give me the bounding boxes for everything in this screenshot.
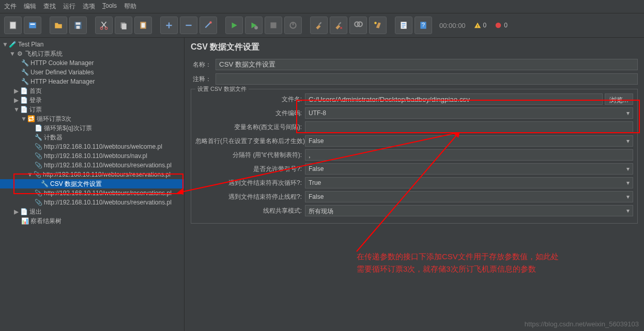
shutdown-button[interactable]	[284, 17, 302, 34]
timer: 00:00:00	[439, 22, 466, 29]
test-plan-tree[interactable]: ▼🧪Test Plan ▼⚙飞机订票系统 🔧HTTP Cookie Manage…	[0, 38, 185, 331]
toggle-button[interactable]	[200, 17, 217, 34]
reset-search-button[interactable]	[369, 17, 387, 34]
config-panel: CSV 数据文件设置 名称： 注释： 设置 CSV 数据文件 文件名: 浏览..…	[185, 38, 644, 331]
tree-item[interactable]: 📎http://192.168.10.110/webtours/reservat…	[0, 188, 184, 198]
copy-button[interactable]	[115, 17, 132, 34]
help-button[interactable]: ?	[415, 17, 432, 34]
menu-tools[interactable]: Tools	[102, 2, 117, 11]
tree-item[interactable]: ▼📎http://192.168.10.110/webtours/reserva…	[0, 170, 184, 179]
svg-text:!: !	[477, 24, 478, 28]
browse-button[interactable]: 浏览...	[605, 93, 633, 105]
controller-icon: 📄	[20, 105, 28, 114]
svg-rect-1	[29, 22, 36, 28]
clear-button[interactable]	[310, 17, 328, 34]
sampler-icon: 📎	[34, 161, 42, 169]
menubar: 文件 编辑 查找 运行 选项 Tools 帮助	[0, 0, 644, 13]
listener-icon: 📊	[21, 217, 29, 225]
paste-button[interactable]	[134, 17, 152, 34]
clear-all-button[interactable]	[330, 17, 347, 34]
svg-rect-14	[270, 22, 276, 28]
tree-item[interactable]: 🔧User Defined Variables	[0, 68, 184, 77]
menu-search[interactable]: 查找	[43, 2, 56, 11]
sharing-select[interactable]: 所有现场	[305, 205, 633, 216]
loop-icon: 🔁	[27, 115, 35, 123]
function-button[interactable]	[395, 17, 412, 34]
quoted-select[interactable]: False	[305, 163, 633, 175]
tree-item[interactable]: ▼📄订票	[0, 105, 184, 114]
start-button[interactable]	[225, 17, 243, 34]
svg-rect-2	[30, 24, 35, 25]
tree-item[interactable]: 📄循环第${q}次订票	[0, 123, 184, 133]
tree-item[interactable]: ▶📄登录	[0, 96, 184, 105]
filename-label: 文件名:	[195, 95, 305, 104]
new-button[interactable]	[4, 17, 22, 34]
tree-item[interactable]: 🔧计数器	[0, 133, 184, 142]
tree-item[interactable]: 📎http://192.168.10.110/webtours/reservat…	[0, 198, 184, 207]
tree-root[interactable]: ▼🧪Test Plan	[0, 40, 184, 49]
controller-icon: 📄	[20, 96, 28, 104]
tree-item[interactable]: ▶📄退出	[0, 207, 184, 216]
tree-item[interactable]: 🔧HTTP Header Manager	[0, 77, 184, 86]
controller-icon: 📄	[20, 87, 28, 95]
collapse-button[interactable]	[180, 17, 197, 34]
encoding-label: 文件编码:	[195, 109, 305, 118]
tree-item[interactable]: ▶📄首页	[0, 86, 184, 96]
sharing-label: 线程共享模式:	[195, 207, 305, 215]
stop-label: 遇到文件结束符停止线程?:	[195, 193, 305, 201]
ignore-select[interactable]: False	[305, 135, 633, 147]
comment-label: 注释：	[191, 75, 216, 84]
stop-button[interactable]	[265, 17, 282, 34]
tree-item[interactable]: ▼🔁循环订票3次	[0, 114, 184, 123]
stop-select[interactable]: False	[305, 191, 633, 202]
menu-run[interactable]: 运行	[63, 2, 75, 11]
fieldset-legend: 设置 CSV 数据文件	[195, 85, 249, 93]
sampler-icon: 📎	[34, 189, 42, 197]
toolbar: ? 00:00:00 ! 0 0	[0, 13, 644, 38]
name-input[interactable]	[216, 59, 638, 70]
warn-badge: ! 0	[474, 22, 487, 29]
menu-edit[interactable]: 编辑	[24, 2, 36, 11]
thread-icon: ⚙	[16, 50, 24, 58]
svg-point-18	[374, 22, 377, 24]
varnames-input[interactable]	[305, 121, 633, 133]
svg-text:?: ?	[422, 22, 425, 28]
cut-button[interactable]	[95, 17, 113, 34]
name-label: 名称：	[191, 60, 216, 69]
save-button[interactable]	[69, 17, 87, 34]
recycle-select[interactable]: True	[305, 177, 633, 188]
svg-rect-9	[122, 24, 127, 29]
expand-button[interactable]	[160, 17, 178, 34]
tree-item-selected[interactable]: 🔧CSV 数据文件设置	[0, 179, 184, 188]
comment-input[interactable]	[216, 73, 638, 85]
err-badge: 0	[495, 22, 508, 29]
controller-icon: 📄	[34, 124, 42, 132]
open-button[interactable]	[50, 17, 67, 34]
varnames-label: 变量名称(西文逗号间隔):	[195, 123, 305, 132]
menu-options[interactable]: 选项	[83, 2, 95, 11]
menu-help[interactable]: 帮助	[124, 2, 136, 11]
svg-rect-5	[76, 26, 80, 29]
ignore-label: 忽略首行(只在设置了变量名称后才生效):	[195, 137, 305, 146]
recycle-label: 遇到文件结束符再次循环?:	[195, 179, 305, 187]
flask-icon: 🧪	[8, 40, 17, 49]
svg-rect-11	[142, 23, 145, 28]
menu-file[interactable]: 文件	[4, 2, 17, 11]
csv-fieldset: 设置 CSV 数据文件 文件名: 浏览... 文件编码: UTF-8 变量名称(…	[191, 89, 638, 224]
templates-button[interactable]	[24, 17, 41, 34]
tree-item[interactable]: 📎http://192.168.10.110/webtours/nav.pl	[0, 151, 184, 161]
wrench-icon: 🔧	[21, 68, 29, 76]
search-button[interactable]	[349, 17, 367, 34]
sampler-icon: 📎	[34, 143, 42, 151]
encoding-select[interactable]: UTF-8	[305, 107, 633, 119]
tree-item[interactable]: 📊察看结果树	[0, 216, 184, 226]
sampler-icon: 📎	[34, 152, 42, 160]
tree-item[interactable]: 🔧HTTP Cookie Manager	[0, 58, 184, 68]
start-notimers-button[interactable]	[245, 17, 263, 34]
tree-item[interactable]: 📎http://192.168.10.110/webtours/welcome.…	[0, 142, 184, 151]
delimiter-label: 分隔符 (用'\t'代替制表符):	[195, 151, 305, 160]
tree-item[interactable]: ▼⚙飞机订票系统	[0, 49, 184, 58]
tree-item[interactable]: 📎http://192.168.10.110/webtours/reservat…	[0, 161, 184, 170]
filename-input[interactable]	[305, 93, 603, 105]
delimiter-input[interactable]	[305, 149, 633, 161]
